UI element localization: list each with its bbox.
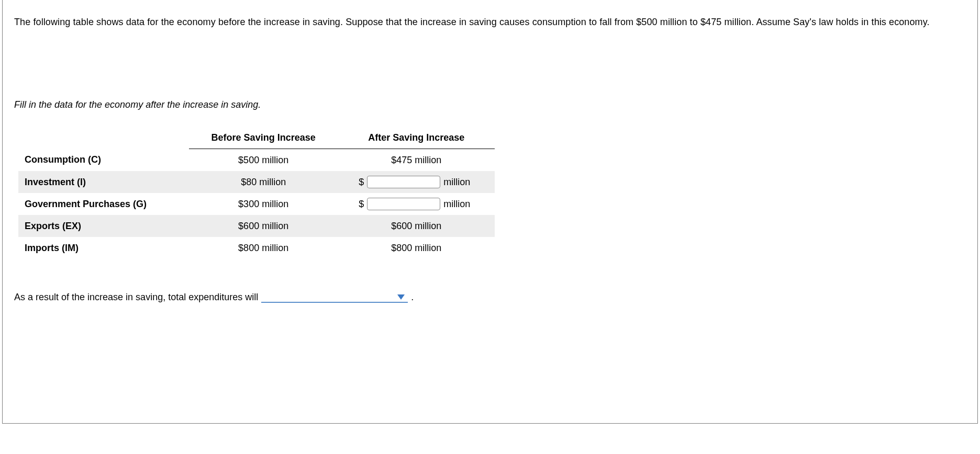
row-before-value: $600 million bbox=[189, 215, 338, 237]
chevron-down-icon bbox=[397, 294, 405, 300]
table-header-after: After Saving Increase bbox=[338, 129, 495, 149]
table-row: Imports (IM) $800 million $800 million bbox=[18, 237, 495, 259]
closing-period: . bbox=[411, 292, 414, 303]
economy-data-table: Before Saving Increase After Saving Incr… bbox=[18, 129, 495, 259]
row-after-value: $800 million bbox=[338, 237, 495, 259]
government-purchases-input[interactable] bbox=[367, 198, 440, 210]
currency-symbol: $ bbox=[357, 177, 364, 188]
table-header-before: Before Saving Increase bbox=[189, 129, 338, 149]
question-panel: The following table shows data for the e… bbox=[2, 0, 978, 424]
table-row: Investment (I) $80 million $ million bbox=[18, 171, 495, 193]
row-before-value: $500 million bbox=[189, 149, 338, 172]
row-after-value: $475 million bbox=[338, 149, 495, 172]
table-row: Exports (EX) $600 million $600 million bbox=[18, 215, 495, 237]
row-label: Consumption (C) bbox=[18, 149, 189, 172]
closing-sentence: As a result of the increase in saving, t… bbox=[14, 290, 966, 303]
intro-text: The following table shows data for the e… bbox=[14, 13, 966, 31]
table-row: Government Purchases (G) $300 million $ … bbox=[18, 193, 495, 215]
row-before-value: $800 million bbox=[189, 237, 338, 259]
row-label: Government Purchases (G) bbox=[18, 193, 189, 215]
row-label: Exports (EX) bbox=[18, 215, 189, 237]
row-before-value: $300 million bbox=[189, 193, 338, 215]
closing-lead-text: As a result of the increase in saving, t… bbox=[14, 292, 258, 303]
row-after-input-cell: $ million bbox=[338, 193, 495, 215]
expenditures-dropdown[interactable] bbox=[261, 290, 408, 303]
currency-symbol: $ bbox=[357, 199, 364, 210]
row-label: Imports (IM) bbox=[18, 237, 189, 259]
row-after-value: $600 million bbox=[338, 215, 495, 237]
row-after-input-cell: $ million bbox=[338, 171, 495, 193]
unit-label: million bbox=[443, 177, 476, 188]
table-header-blank bbox=[18, 129, 189, 149]
unit-label: million bbox=[443, 199, 476, 210]
table-row: Consumption (C) $500 million $475 millio… bbox=[18, 149, 495, 172]
row-before-value: $80 million bbox=[189, 171, 338, 193]
row-label: Investment (I) bbox=[18, 171, 189, 193]
investment-input[interactable] bbox=[367, 176, 440, 188]
instruction-text: Fill in the data for the economy after t… bbox=[14, 99, 966, 110]
